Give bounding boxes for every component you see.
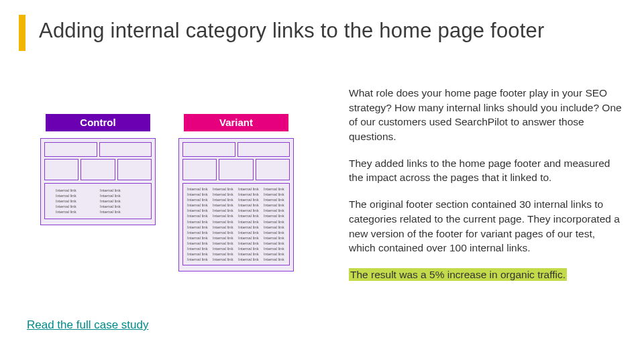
paragraph-2: They added links to the home page footer… (349, 156, 624, 185)
mockups-column: Control Internal link Internal link Inte… (40, 114, 329, 272)
variant-label: Variant (184, 114, 288, 131)
control-label: Control (46, 114, 150, 131)
control-mockup: Control Internal link Internal link Inte… (40, 114, 156, 225)
paragraph-4: The result was a 5% increase in organic … (349, 267, 624, 282)
paragraph-3: The original footer section contained 30… (349, 197, 624, 255)
body-text: What role does your home page footer pla… (349, 86, 624, 294)
paragraph-1: What role does your home page footer pla… (349, 86, 624, 144)
variant-mockup: Variant Internal linkInternal linkIntern… (178, 114, 294, 272)
accent-bar (19, 15, 25, 51)
variant-frame: Internal linkInternal linkInternal linkI… (178, 138, 294, 272)
read-case-study-link[interactable]: Read the full case study (27, 318, 148, 332)
variant-footer: Internal linkInternal linkInternal linkI… (182, 183, 290, 265)
control-footer: Internal link Internal link Internal lin… (44, 183, 152, 219)
internal-link-text: Internal link (56, 188, 96, 193)
page-title: Adding internal category links to the ho… (39, 19, 545, 43)
result-highlight: The result was a 5% increase in organic … (349, 268, 567, 281)
control-frame: Internal link Internal link Internal lin… (40, 138, 156, 225)
